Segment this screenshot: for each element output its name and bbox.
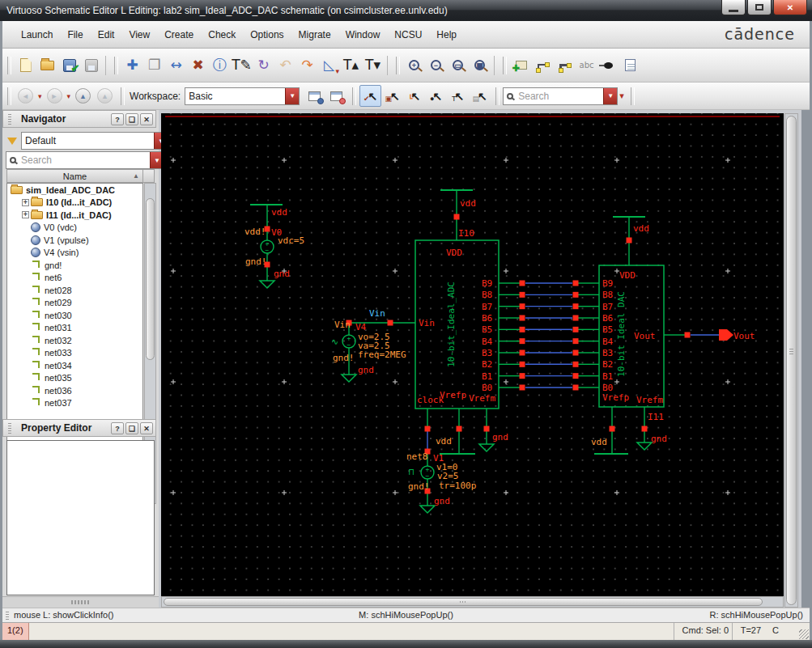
up-hierarchy-button[interactable]: ▲ bbox=[72, 85, 94, 107]
zoom-selected-button[interactable]: ▦ bbox=[469, 54, 491, 76]
create-wide-wire-button[interactable] bbox=[554, 54, 576, 76]
adc-bit-label-b4[interactable]: B4 bbox=[482, 337, 493, 347]
schematic-label[interactable]: vdd bbox=[633, 223, 649, 234]
navigator-filter-combo[interactable]: ▼ bbox=[21, 132, 168, 150]
schematic-label[interactable]: Vin bbox=[369, 308, 385, 319]
wire-pin-square[interactable] bbox=[520, 303, 525, 309]
title-bar[interactable]: Virtuoso Schematic Editor L Editing: lab… bbox=[0, 0, 812, 21]
ground-symbol[interactable] bbox=[637, 443, 652, 450]
menu-create[interactable]: Create bbox=[157, 25, 201, 44]
toolbar-search-input[interactable] bbox=[515, 91, 603, 102]
close-button[interactable]: ✕ bbox=[773, 0, 807, 15]
navigator-filter-input[interactable] bbox=[22, 135, 154, 146]
schematic-label[interactable]: vdd bbox=[271, 207, 287, 218]
wire-pin-square[interactable] bbox=[520, 384, 525, 390]
adc-bit-label-b1[interactable]: B1 bbox=[482, 371, 492, 382]
menu-file[interactable]: File bbox=[60, 25, 90, 44]
menu-window[interactable]: Window bbox=[338, 25, 388, 44]
schematic-canvas[interactable]: B9B9B8B8B7B7B6B6B5B5B4B4B3B3B2B2B1B1B0B0… bbox=[161, 113, 784, 596]
expand-icon[interactable]: + bbox=[22, 211, 29, 218]
schematic-label[interactable]: gnd bbox=[274, 269, 290, 279]
check-and-save-button[interactable]: ✔ bbox=[58, 54, 80, 76]
schematic-label[interactable]: Vrefp bbox=[440, 390, 466, 400]
schematic-label[interactable]: gnd bbox=[651, 434, 667, 444]
schematic-label[interactable]: vdd bbox=[460, 198, 476, 209]
move-button[interactable]: ✚ bbox=[121, 54, 143, 76]
wire-pin-square[interactable] bbox=[573, 292, 579, 298]
toolbar-search-combo[interactable]: ▼ bbox=[503, 87, 618, 105]
wire-pin-square[interactable] bbox=[573, 315, 579, 320]
ground-symbol[interactable] bbox=[479, 444, 494, 451]
schematic-label[interactable]: gnd! bbox=[333, 353, 355, 363]
menu-migrate[interactable]: Migrate bbox=[291, 25, 338, 44]
tree-item-v4-vsin-[interactable]: V4 (vsin) bbox=[7, 247, 142, 260]
wire-pin-square[interactable] bbox=[573, 373, 579, 379]
canvas-vscrollbar-thumb[interactable] bbox=[786, 116, 797, 605]
tree-item-net030[interactable]: net030 bbox=[7, 309, 142, 322]
tree-item-i11-id-it-dac-[interactable]: +I11 (Id...it_DAC) bbox=[7, 209, 142, 222]
toolbar-grip[interactable] bbox=[631, 87, 635, 105]
navigator-float-button[interactable]: ❏ bbox=[125, 113, 138, 125]
wire-pin-square[interactable] bbox=[454, 214, 460, 220]
copy-button[interactable]: ❐ bbox=[143, 54, 165, 76]
wire-pin-square[interactable] bbox=[520, 373, 525, 379]
wire-pin-square[interactable] bbox=[573, 349, 579, 355]
wire-pin-square[interactable] bbox=[573, 281, 579, 286]
canvas-hscrollbar-thumb[interactable] bbox=[164, 598, 763, 606]
wire-pin-square[interactable] bbox=[520, 281, 525, 286]
toolbar-grip[interactable] bbox=[114, 57, 118, 74]
stretch-button[interactable]: ↔ bbox=[165, 54, 187, 76]
schematic-label[interactable]: gnd bbox=[358, 365, 374, 375]
selection-mode-pin-button[interactable]: ●↖ bbox=[425, 85, 447, 107]
wire-pin-square[interactable] bbox=[610, 426, 615, 432]
tree-item-sim-ideal-adc-dac[interactable]: sim_Ideal_ADC_DAC bbox=[7, 184, 142, 197]
toolbar-grip[interactable] bbox=[7, 87, 11, 105]
delete-workspace-button[interactable] bbox=[325, 85, 347, 107]
menu-ncsu[interactable]: NCSU bbox=[387, 25, 429, 44]
workspace-input[interactable] bbox=[185, 91, 285, 102]
tree-item-net6[interactable]: net6 bbox=[7, 272, 142, 285]
workspace-combo[interactable]: ▼ bbox=[185, 87, 300, 105]
tree-scrollbar-thumb[interactable] bbox=[146, 198, 155, 360]
create-wire-name-button[interactable]: abc bbox=[576, 54, 597, 76]
create-note-button[interactable] bbox=[619, 54, 641, 76]
schematic-label[interactable]: ∿ bbox=[331, 337, 338, 347]
schematic-label[interactable]: Vrefm bbox=[469, 393, 495, 404]
menu-options[interactable]: Options bbox=[243, 25, 291, 44]
schematic-label[interactable]: gnd bbox=[492, 432, 508, 443]
property-close-button[interactable]: ✕ bbox=[140, 422, 153, 434]
schematic-label[interactable]: 10-bit Ideal DAC bbox=[616, 291, 627, 377]
schematic-label[interactable]: Vout bbox=[634, 331, 656, 341]
menu-help[interactable]: Help bbox=[429, 25, 464, 44]
delete-button[interactable]: ✖ bbox=[187, 54, 209, 76]
chevron-down-icon[interactable]: ▾ bbox=[38, 92, 42, 100]
forward-button[interactable]: ► bbox=[44, 85, 66, 107]
adc-bit-label-b9[interactable]: B9 bbox=[482, 278, 492, 289]
sheet-indicator[interactable]: 1(2) bbox=[2, 623, 29, 640]
adc-bit-label-b3[interactable]: B3 bbox=[482, 348, 492, 358]
wire-pin-square[interactable] bbox=[573, 303, 579, 309]
property-editor-header[interactable]: Property Editor ? ❏ ✕ bbox=[2, 419, 156, 437]
tree-item-gnd-[interactable]: gnd! bbox=[7, 259, 142, 272]
adc-bit-label-b5[interactable]: B5 bbox=[482, 324, 492, 335]
wire-pin-square[interactable] bbox=[520, 327, 525, 332]
search-options-caret[interactable]: ▾ bbox=[619, 91, 624, 101]
wire-pin-square[interactable] bbox=[520, 362, 525, 367]
redo-button[interactable]: ↷ bbox=[296, 54, 318, 76]
toolbar-grip[interactable] bbox=[396, 57, 400, 74]
schematic-label[interactable]: Vrefp bbox=[602, 392, 629, 403]
schematic-label[interactable]: Vin bbox=[334, 320, 351, 330]
property-help-button[interactable]: ? bbox=[111, 422, 124, 434]
back-button[interactable]: ◄ bbox=[15, 85, 36, 107]
dac-bit-label-b6[interactable]: B6 bbox=[602, 313, 613, 324]
adc-bit-label-b0[interactable]: B0 bbox=[482, 383, 492, 393]
schematic-label[interactable]: freq=2MEG bbox=[358, 349, 406, 360]
toolbar-grip[interactable] bbox=[121, 87, 125, 105]
tree-item-v1-vpulse-[interactable]: V1 (vpulse) bbox=[7, 234, 142, 247]
schematic-label[interactable]: I10 bbox=[458, 228, 474, 239]
navigator-close-button[interactable]: ✕ bbox=[140, 113, 153, 125]
wire-pin-square[interactable] bbox=[627, 238, 632, 244]
save-workspace-button[interactable] bbox=[304, 85, 325, 107]
schematic-label[interactable]: net8 bbox=[406, 451, 428, 462]
dac-bit-label-b4[interactable]: B4 bbox=[602, 337, 614, 347]
